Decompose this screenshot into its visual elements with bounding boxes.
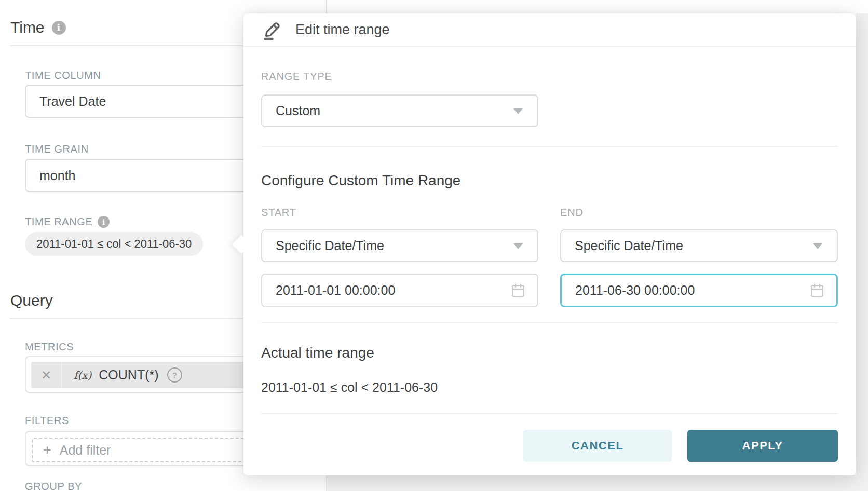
- edit-time-range-modal: Edit time range RANGE TYPE Custom Config…: [243, 13, 856, 475]
- cancel-button[interactable]: CANCEL: [523, 430, 672, 462]
- time-section-label: Time: [10, 19, 45, 36]
- pencil-icon: [262, 19, 283, 40]
- info-glyph: i: [57, 22, 60, 33]
- time-range-label: TIME RANGE: [25, 216, 92, 228]
- apply-button[interactable]: APPLY: [687, 430, 838, 462]
- modal-divider: [261, 146, 838, 147]
- query-section-title: Query: [10, 292, 53, 309]
- page-background: [327, 475, 868, 491]
- chevron-down-icon: [513, 108, 523, 114]
- footer-divider: [261, 413, 838, 414]
- query-section-label: Query: [10, 292, 53, 309]
- info-icon[interactable]: i: [98, 216, 110, 228]
- time-column-label: TIME COLUMN: [25, 70, 101, 81]
- start-label: START: [261, 207, 296, 219]
- group-by-label: GROUP BY: [25, 481, 82, 491]
- range-type-value: Custom: [276, 103, 320, 118]
- modal-header: Edit time range: [243, 13, 856, 47]
- modal-title: Edit time range: [295, 22, 390, 38]
- plus-icon: +: [43, 442, 51, 458]
- calendar-icon[interactable]: [809, 282, 825, 302]
- fx-icon: f(x): [74, 369, 91, 381]
- end-label: END: [560, 207, 584, 219]
- end-type-value: Specific Date/Time: [575, 238, 683, 253]
- page-background-right: [856, 13, 868, 491]
- time-range-value: 2011-01-01 ≤ col < 2011-06-30: [36, 237, 192, 251]
- metrics-label: METRICS: [25, 341, 74, 353]
- info-glyph: i: [102, 218, 105, 226]
- end-datetime-input[interactable]: 2011-06-30 00:00:00: [560, 274, 838, 307]
- chevron-down-icon: [813, 243, 822, 249]
- modal-divider: [261, 322, 838, 323]
- configure-heading: Configure Custom Time Range: [261, 172, 460, 189]
- add-filter-label: Add filter: [60, 443, 111, 458]
- metric-name: COUNT(*): [99, 367, 158, 383]
- actual-time-range-heading: Actual time range: [261, 345, 374, 361]
- time-grain-value: month: [39, 168, 75, 183]
- start-datetime-input[interactable]: 2011-01-01 00:00:00: [261, 274, 538, 307]
- time-range-pill[interactable]: 2011-01-01 ≤ col < 2011-06-30: [25, 232, 203, 256]
- info-icon[interactable]: i: [52, 21, 66, 35]
- time-grain-label: TIME GRAIN: [25, 143, 89, 155]
- start-datetime-value: 2011-01-01 00:00:00: [276, 283, 395, 298]
- time-range-label-row: TIME RANGE i: [25, 216, 110, 228]
- range-type-label: RANGE TYPE: [261, 71, 332, 83]
- remove-metric-icon[interactable]: ✕: [31, 362, 62, 388]
- filters-label: FILTERS: [25, 415, 69, 427]
- end-type-select[interactable]: Specific Date/Time: [560, 229, 838, 262]
- chevron-down-icon: [513, 243, 523, 249]
- time-column-value: Travel Date: [39, 94, 106, 109]
- start-type-value: Specific Date/Time: [276, 238, 384, 253]
- actual-time-range-value: 2011-01-01 ≤ col < 2011-06-30: [261, 380, 438, 395]
- time-section-title: Time i: [10, 19, 66, 36]
- help-icon[interactable]: ?: [167, 367, 182, 383]
- calendar-icon[interactable]: [510, 282, 526, 302]
- start-type-select[interactable]: Specific Date/Time: [261, 229, 538, 262]
- end-datetime-value: 2011-06-30 00:00:00: [575, 283, 695, 298]
- range-type-select[interactable]: Custom: [261, 94, 538, 127]
